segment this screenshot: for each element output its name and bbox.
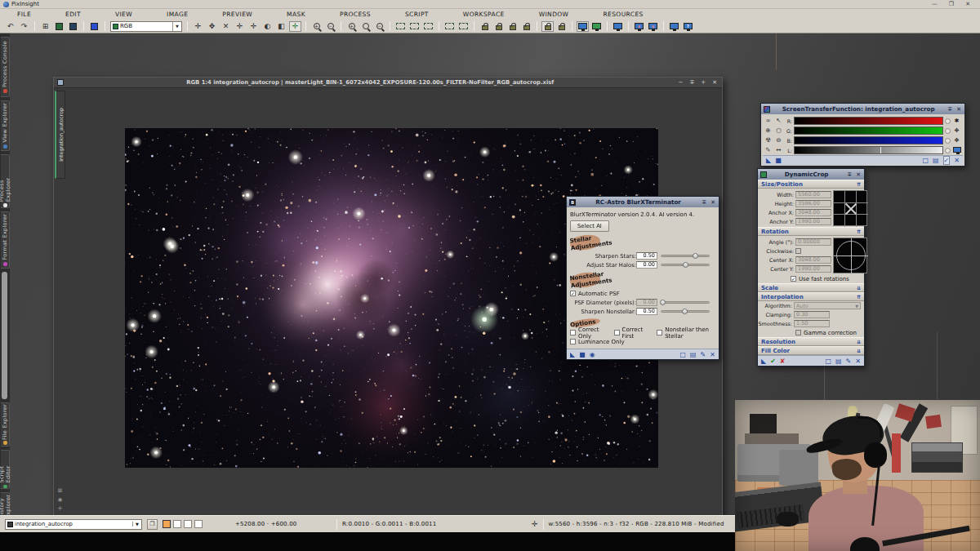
zoom-in-icon[interactable]: ⊕ [765,127,770,134]
lock-active-icon[interactable] [541,21,554,32]
boost-icon[interactable]: ☢ [765,136,771,144]
reset-icon[interactable]: ✕ [855,356,861,367]
section-resolution[interactable]: Resolution⇊ [758,337,864,346]
new-instance-icon[interactable]: ◣ [570,349,575,360]
screen-dark-icon[interactable] [67,21,79,32]
anchor-y-field[interactable]: 1990.00 [795,218,831,225]
sidebar-tab-script-editor[interactable]: Script Editor [1,450,10,489]
monitor-icon[interactable] [953,147,961,153]
lock-b-icon[interactable] [520,21,532,32]
edit-mode-icon[interactable]: ↖ [776,117,781,124]
nonstellar-then-stellar-checkbox[interactable] [657,330,662,335]
pan-mode-icon[interactable]: ✛ [192,21,204,32]
redo-icon[interactable]: ↷ [18,21,30,32]
wrench-icon[interactable]: ✎ [701,349,706,360]
screen-green-icon[interactable] [53,21,65,32]
menu-item-mask[interactable]: MASK [270,11,323,18]
gear-icon[interactable]: ✱ [955,118,960,124]
execute-check-icon[interactable]: ✔ [770,356,776,367]
dynamiccrop-close-button[interactable]: ✕ [855,171,862,178]
link-rgb-icon[interactable]: ∞ [765,117,770,124]
crosshair-icon[interactable]: ✛ [247,21,260,32]
width-field[interactable]: 5560.00 [795,191,831,198]
sharpen-stars-field[interactable]: 0.50 [636,252,657,260]
zoom-in-alt-icon[interactable]: + [345,21,358,32]
psf-diameter-slider[interactable] [661,301,710,304]
new-instance-icon[interactable]: ◣ [766,155,771,166]
browse-doc-icon[interactable]: □ [825,356,831,367]
delete-preview-icon[interactable] [422,21,434,32]
doc-icon[interactable]: ▤ [933,155,939,166]
menu-item-resources[interactable]: RESOURCES [586,11,660,18]
blurx-close-button[interactable]: ✕ [710,199,716,206]
smoothness-field[interactable]: 1.50 [794,320,830,327]
channel-selector[interactable]: RGB▼ [110,21,182,32]
stf-close-button[interactable]: ✕ [956,106,962,113]
anchor-x-field[interactable]: 3048.00 [795,209,831,216]
reset-icon[interactable]: ✕ [710,349,715,360]
dock-scroll-strip[interactable] [2,272,7,399]
reset-icon[interactable]: ✕ [954,155,960,166]
wrench-icon[interactable]: ✎ [846,356,852,367]
workspace-1-button[interactable] [163,520,171,528]
zoom-in-icon[interactable]: + [310,21,323,32]
sidebar-tab-process-explorer[interactable]: Process Explorer [1,154,10,208]
center-x-field[interactable]: 3048.00 [795,256,831,264]
center-y-field[interactable]: 1990.00 [795,265,831,273]
browse-doc-icon[interactable]: □ [679,349,686,360]
lock-g-icon[interactable] [506,21,519,32]
algorithm-select[interactable]: Auto▼ [794,302,861,309]
stf-gradient-bar[interactable] [794,127,943,135]
height-field[interactable]: 3596.00 [795,200,831,207]
angle-field[interactable]: 0.00000 [795,238,831,246]
stf-reset-channel-icon[interactable] [945,118,951,124]
menu-item-script[interactable]: SCRIPT [388,11,446,18]
stf-reset-icon[interactable]: x [633,21,645,32]
clockwise-checkbox[interactable] [795,248,801,254]
select-ai-button[interactable]: Select AI [570,220,609,232]
menu-item-process[interactable]: PROCESS [323,11,388,18]
dynamiccrop-titlebar[interactable]: DynamicCrop ∓ ✕ [758,169,864,180]
menu-item-file[interactable]: FILE [0,11,48,18]
section-interpolation[interactable]: Interpolation⇈ [758,292,864,301]
stf-green-icon[interactable] [590,21,603,32]
browse-doc-icon[interactable]: □ [922,155,929,166]
zoom-mode-icon[interactable]: ✕ [220,21,232,32]
new-preview-icon[interactable] [394,21,407,32]
stf-reset-channel-icon[interactable] [945,138,951,144]
stf-reset-channel-icon[interactable] [945,148,951,153]
menu-item-workspace[interactable]: WORKSPACE [446,11,522,18]
automatic-psf-checkbox[interactable]: ✓ [570,291,576,296]
dynamiccrop-shade-button[interactable]: ∓ [846,171,853,178]
correct-only-checkbox[interactable] [570,330,576,335]
image-window-shade-button[interactable]: ∓ [688,79,696,86]
stf-gradient-bar[interactable] [794,117,943,125]
new-instance-icon[interactable]: ◣ [761,356,766,367]
image-window-iconize-button[interactable]: − [677,79,685,86]
section-size-position[interactable]: Size/Position⇈ [758,180,864,189]
cancel-x-icon[interactable]: ✘ [780,356,786,367]
track-view-icon[interactable]: ✥ [955,127,960,134]
app-minimize-button[interactable]: — [932,1,938,7]
selection-mode-icon[interactable]: ⊠ [58,487,62,494]
zoom-out-alt-icon[interactable]: − [373,21,385,32]
blurx-titlebar[interactable]: B RC-Astro BlurXTerminator ∓ ✕ [567,197,719,207]
readout-icon[interactable]: ◉ [58,496,63,503]
fit-window-icon[interactable]: ✥ [206,21,218,32]
menu-item-window[interactable]: WINDOW [522,11,586,18]
settings-wrench-icon[interactable]: ✎ [765,146,770,153]
adjust-halos-field[interactable]: 0.00 [636,261,657,269]
apply-icon[interactable]: ■ [579,349,586,360]
clamping-field[interactable]: 0.30 [794,311,830,318]
stf-enable-icon[interactable] [577,21,589,32]
stf-options-icon[interactable]: ? [682,21,694,32]
stf-gradient-bar[interactable] [794,136,943,144]
sidebar-tab-process-console[interactable]: Process Console [1,37,10,97]
stf-titlebar[interactable]: ScreenTransferFunction: integration_auto… [761,104,964,114]
luminance-only-checkbox[interactable] [570,339,576,344]
stf-reset-all-icon[interactable]: x [647,21,659,32]
enable-stf-check-icon[interactable]: ✓ [943,156,951,165]
move-icon[interactable]: ✥ [955,137,960,144]
menu-item-preview[interactable]: PREVIEW [205,11,270,18]
lock-rgb-icon[interactable] [479,21,491,32]
